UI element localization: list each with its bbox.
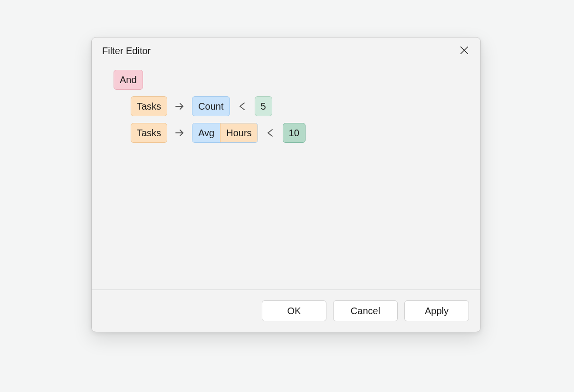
dialog-title: Filter Editor — [102, 46, 151, 56]
filter-tree: And Tasks Count 5 Tasks — [92, 60, 480, 289]
group-operator-token[interactable]: And — [114, 70, 143, 90]
source-token[interactable]: Tasks — [131, 123, 167, 143]
less-than-icon[interactable] — [264, 126, 277, 140]
cancel-button[interactable]: Cancel — [333, 300, 398, 321]
arrow-right-icon — [173, 100, 186, 113]
arrow-right-icon — [173, 126, 186, 140]
less-than-icon[interactable] — [236, 100, 249, 113]
aggregate-field-token[interactable]: Avg Hours — [192, 123, 258, 143]
filter-editor-dialog: Filter Editor And Tasks Count — [91, 37, 481, 332]
filter-group-row: And — [114, 70, 471, 90]
close-icon — [459, 45, 469, 57]
aggregate-token[interactable]: Count — [192, 96, 230, 116]
apply-button[interactable]: Apply — [404, 300, 469, 321]
filter-condition-row: Tasks Avg Hours 10 — [131, 123, 471, 143]
ok-button[interactable]: OK — [262, 300, 326, 321]
dialog-header: Filter Editor — [92, 37, 480, 60]
dialog-footer: OK Cancel Apply — [92, 289, 480, 332]
aggregate-label: Avg — [192, 123, 220, 142]
field-label: Hours — [220, 123, 257, 142]
value-token[interactable]: 10 — [283, 123, 306, 143]
value-token[interactable]: 5 — [255, 96, 272, 116]
source-token[interactable]: Tasks — [131, 96, 167, 116]
close-button[interactable] — [458, 44, 471, 57]
filter-condition-row: Tasks Count 5 — [131, 96, 471, 116]
